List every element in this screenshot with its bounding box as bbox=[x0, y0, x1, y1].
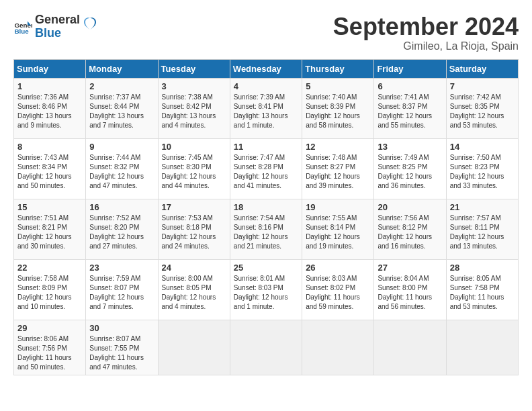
day-info: Sunrise: 8:06 AM Sunset: 7:56 PM Dayligh… bbox=[17, 335, 72, 371]
day-number: 28 bbox=[450, 263, 515, 273]
calendar-cell: 11 Sunrise: 7:47 AM Sunset: 8:28 PM Dayl… bbox=[230, 138, 302, 199]
calendar-cell: 8 Sunrise: 7:43 AM Sunset: 8:34 PM Dayli… bbox=[14, 138, 86, 199]
day-info: Sunrise: 7:37 AM Sunset: 8:44 PM Dayligh… bbox=[89, 93, 144, 129]
calendar-cell: 24 Sunrise: 8:00 AM Sunset: 8:05 PM Dayl… bbox=[158, 259, 230, 320]
title-block: September 2024 Gimileo, La Rioja, Spain bbox=[333, 13, 519, 52]
calendar-cell: 3 Sunrise: 7:38 AM Sunset: 8:42 PM Dayli… bbox=[158, 78, 230, 138]
day-info: Sunrise: 7:55 AM Sunset: 8:14 PM Dayligh… bbox=[306, 214, 360, 250]
calendar-header: SundayMondayTuesdayWednesdayThursdayFrid… bbox=[14, 59, 519, 78]
calendar-cell: 14 Sunrise: 7:50 AM Sunset: 8:23 PM Dayl… bbox=[446, 138, 518, 199]
day-info: Sunrise: 7:48 AM Sunset: 8:27 PM Dayligh… bbox=[306, 154, 360, 189]
month-title: September 2024 bbox=[333, 13, 519, 40]
calendar-cell bbox=[230, 320, 302, 375]
calendar-cell: 16 Sunrise: 7:52 AM Sunset: 8:20 PM Dayl… bbox=[86, 199, 158, 259]
day-number: 17 bbox=[162, 202, 226, 212]
day-info: Sunrise: 7:40 AM Sunset: 8:39 PM Dayligh… bbox=[306, 93, 360, 129]
calendar-cell: 4 Sunrise: 7:39 AM Sunset: 8:41 PM Dayli… bbox=[230, 78, 302, 138]
day-number: 30 bbox=[89, 323, 154, 333]
day-info: Sunrise: 7:44 AM Sunset: 8:32 PM Dayligh… bbox=[89, 154, 144, 189]
calendar-cell: 21 Sunrise: 7:57 AM Sunset: 8:11 PM Dayl… bbox=[446, 199, 518, 259]
day-info: Sunrise: 7:47 AM Sunset: 8:28 PM Dayligh… bbox=[234, 154, 288, 189]
day-number: 21 bbox=[450, 202, 515, 212]
header-saturday: Saturday bbox=[446, 59, 518, 78]
header-thursday: Thursday bbox=[302, 59, 374, 78]
day-info: Sunrise: 8:04 AM Sunset: 8:00 PM Dayligh… bbox=[378, 275, 432, 310]
calendar-cell: 26 Sunrise: 8:03 AM Sunset: 8:02 PM Dayl… bbox=[302, 259, 374, 320]
calendar-cell: 13 Sunrise: 7:49 AM Sunset: 8:25 PM Dayl… bbox=[374, 138, 446, 199]
calendar-cell: 25 Sunrise: 8:01 AM Sunset: 8:03 PM Dayl… bbox=[230, 259, 302, 320]
day-number: 7 bbox=[450, 81, 515, 91]
header-wednesday: Wednesday bbox=[230, 59, 302, 78]
location: Gimileo, La Rioja, Spain bbox=[333, 40, 519, 52]
logo-blue: Blue bbox=[35, 27, 80, 40]
calendar-cell bbox=[158, 320, 230, 375]
day-info: Sunrise: 7:38 AM Sunset: 8:42 PM Dayligh… bbox=[162, 93, 216, 129]
calendar-cell: 28 Sunrise: 8:05 AM Sunset: 7:58 PM Dayl… bbox=[446, 259, 518, 320]
calendar-cell bbox=[446, 320, 518, 375]
day-number: 22 bbox=[17, 263, 82, 273]
calendar-cell: 9 Sunrise: 7:44 AM Sunset: 8:32 PM Dayli… bbox=[86, 138, 158, 199]
day-info: Sunrise: 7:49 AM Sunset: 8:25 PM Dayligh… bbox=[378, 154, 432, 189]
day-info: Sunrise: 7:43 AM Sunset: 8:34 PM Dayligh… bbox=[17, 154, 72, 189]
calendar-table: SundayMondayTuesdayWednesdayThursdayFrid… bbox=[13, 59, 519, 375]
day-number: 6 bbox=[378, 81, 442, 91]
calendar-cell: 15 Sunrise: 7:51 AM Sunset: 8:21 PM Dayl… bbox=[14, 199, 86, 259]
day-number: 8 bbox=[17, 142, 82, 152]
day-number: 26 bbox=[306, 263, 370, 273]
calendar-cell: 30 Sunrise: 8:07 AM Sunset: 7:55 PM Dayl… bbox=[86, 320, 158, 375]
day-number: 5 bbox=[306, 81, 370, 91]
day-info: Sunrise: 7:54 AM Sunset: 8:16 PM Dayligh… bbox=[234, 214, 288, 250]
day-number: 20 bbox=[378, 202, 442, 212]
day-number: 19 bbox=[306, 202, 370, 212]
day-info: Sunrise: 8:00 AM Sunset: 8:05 PM Dayligh… bbox=[162, 275, 216, 310]
day-number: 15 bbox=[17, 202, 82, 212]
day-info: Sunrise: 7:58 AM Sunset: 8:09 PM Dayligh… bbox=[17, 275, 72, 310]
calendar-cell bbox=[302, 320, 374, 375]
logo-general: General bbox=[35, 13, 80, 27]
day-number: 16 bbox=[89, 202, 154, 212]
header-tuesday: Tuesday bbox=[158, 59, 230, 78]
day-info: Sunrise: 7:51 AM Sunset: 8:21 PM Dayligh… bbox=[17, 214, 72, 250]
day-number: 4 bbox=[234, 81, 298, 91]
logo-bird-icon bbox=[83, 17, 97, 37]
page-header: General Blue General Blue September 2024… bbox=[13, 13, 519, 52]
day-number: 27 bbox=[378, 263, 442, 273]
calendar-cell: 12 Sunrise: 7:48 AM Sunset: 8:27 PM Dayl… bbox=[302, 138, 374, 199]
day-number: 9 bbox=[89, 142, 154, 152]
day-info: Sunrise: 7:56 AM Sunset: 8:12 PM Dayligh… bbox=[378, 214, 432, 250]
day-number: 1 bbox=[17, 81, 82, 91]
calendar-cell: 23 Sunrise: 7:59 AM Sunset: 8:07 PM Dayl… bbox=[86, 259, 158, 320]
day-info: Sunrise: 7:45 AM Sunset: 8:30 PM Dayligh… bbox=[162, 154, 216, 189]
day-number: 12 bbox=[306, 142, 370, 152]
header-sunday: Sunday bbox=[14, 59, 86, 78]
day-number: 10 bbox=[162, 142, 226, 152]
day-number: 24 bbox=[162, 263, 226, 273]
day-number: 18 bbox=[234, 202, 298, 212]
day-info: Sunrise: 7:57 AM Sunset: 8:11 PM Dayligh… bbox=[450, 214, 504, 250]
svg-text:Blue: Blue bbox=[14, 28, 29, 35]
calendar-cell: 1 Sunrise: 7:36 AM Sunset: 8:46 PM Dayli… bbox=[14, 78, 86, 138]
day-info: Sunrise: 7:52 AM Sunset: 8:20 PM Dayligh… bbox=[89, 214, 144, 250]
calendar-cell: 29 Sunrise: 8:06 AM Sunset: 7:56 PM Dayl… bbox=[14, 320, 86, 375]
calendar-cell: 20 Sunrise: 7:56 AM Sunset: 8:12 PM Dayl… bbox=[374, 199, 446, 259]
day-info: Sunrise: 8:07 AM Sunset: 7:55 PM Dayligh… bbox=[89, 335, 144, 371]
calendar-cell: 19 Sunrise: 7:55 AM Sunset: 8:14 PM Dayl… bbox=[302, 199, 374, 259]
day-number: 2 bbox=[89, 81, 154, 91]
calendar-cell: 22 Sunrise: 7:58 AM Sunset: 8:09 PM Dayl… bbox=[14, 259, 86, 320]
day-number: 25 bbox=[234, 263, 298, 273]
calendar-cell: 10 Sunrise: 7:45 AM Sunset: 8:30 PM Dayl… bbox=[158, 138, 230, 199]
day-number: 13 bbox=[378, 142, 442, 152]
day-info: Sunrise: 7:39 AM Sunset: 8:41 PM Dayligh… bbox=[234, 93, 288, 129]
day-number: 11 bbox=[234, 142, 298, 152]
calendar-cell: 7 Sunrise: 7:42 AM Sunset: 8:35 PM Dayli… bbox=[446, 78, 518, 138]
day-info: Sunrise: 8:01 AM Sunset: 8:03 PM Dayligh… bbox=[234, 275, 288, 310]
day-info: Sunrise: 7:36 AM Sunset: 8:46 PM Dayligh… bbox=[17, 93, 72, 129]
logo-icon: General Blue bbox=[13, 17, 32, 36]
day-info: Sunrise: 7:53 AM Sunset: 8:18 PM Dayligh… bbox=[162, 214, 216, 250]
calendar-cell: 2 Sunrise: 7:37 AM Sunset: 8:44 PM Dayli… bbox=[86, 78, 158, 138]
day-info: Sunrise: 7:59 AM Sunset: 8:07 PM Dayligh… bbox=[89, 275, 144, 310]
day-number: 14 bbox=[450, 142, 515, 152]
day-number: 23 bbox=[89, 263, 154, 273]
calendar-cell: 6 Sunrise: 7:41 AM Sunset: 8:37 PM Dayli… bbox=[374, 78, 446, 138]
day-info: Sunrise: 7:41 AM Sunset: 8:37 PM Dayligh… bbox=[378, 93, 432, 129]
